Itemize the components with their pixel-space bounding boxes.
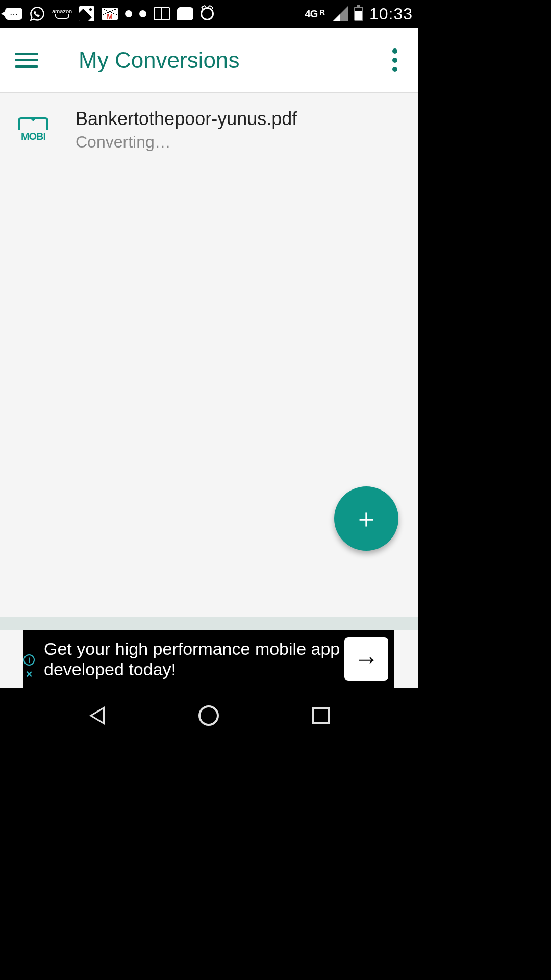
ad-close-icon[interactable]: ×	[23, 668, 35, 681]
status-left-icons: ⋯ amazon M	[5, 6, 214, 21]
app-bar: My Conversions	[0, 28, 418, 93]
status-right-icons: 4G R 10:33	[305, 5, 413, 23]
menu-icon[interactable]	[15, 53, 38, 68]
recent-apps-button[interactable]	[306, 700, 336, 731]
ad-banner[interactable]: i × Get your high performance mobile app…	[23, 630, 394, 688]
signal-icon	[333, 6, 348, 21]
navigation-bar	[0, 688, 418, 743]
network-type: 4G R	[305, 8, 324, 20]
more-options-icon[interactable]	[387, 43, 403, 77]
gmail-icon: M	[102, 8, 118, 20]
ad-info-icon[interactable]: i	[23, 654, 35, 666]
notification-dot-icon	[139, 10, 146, 17]
book-icon	[154, 7, 170, 20]
page-title: My Conversions	[79, 47, 387, 73]
file-name: Bankertothepoor-yunus.pdf	[76, 108, 403, 130]
back-button[interactable]	[82, 700, 112, 731]
photos-icon	[79, 6, 94, 21]
whatsapp-icon	[30, 6, 45, 21]
status-bar: ⋯ amazon M 4G R 10:33	[0, 0, 418, 28]
home-button[interactable]	[193, 700, 224, 731]
ad-controls: i ×	[23, 654, 35, 681]
battery-icon	[354, 7, 363, 21]
ad-cta-button[interactable]: →	[344, 637, 388, 681]
ad-text: Get your high performance mobile app dev…	[44, 639, 344, 679]
notification-dot-icon	[125, 10, 132, 17]
message-notification-icon: ⋯	[5, 8, 22, 20]
add-conversion-fab[interactable]: ＋	[334, 486, 398, 551]
arrow-right-icon: →	[354, 644, 379, 674]
conversion-list-item[interactable]: MOBI Bankertothepoor-yunus.pdf Convertin…	[0, 93, 418, 167]
alarm-icon	[201, 7, 214, 20]
item-text-block: Bankertothepoor-yunus.pdf Converting…	[76, 108, 403, 152]
chat-icon	[177, 7, 193, 20]
clock-time: 10:33	[369, 5, 413, 23]
mobi-format-icon: MOBI	[15, 115, 51, 145]
ad-spacer	[0, 617, 418, 630]
amazon-icon: amazon	[52, 9, 72, 19]
conversion-status: Converting…	[76, 133, 403, 152]
content-area: MOBI Bankertothepoor-yunus.pdf Convertin…	[0, 93, 418, 617]
plus-icon: ＋	[353, 501, 380, 536]
